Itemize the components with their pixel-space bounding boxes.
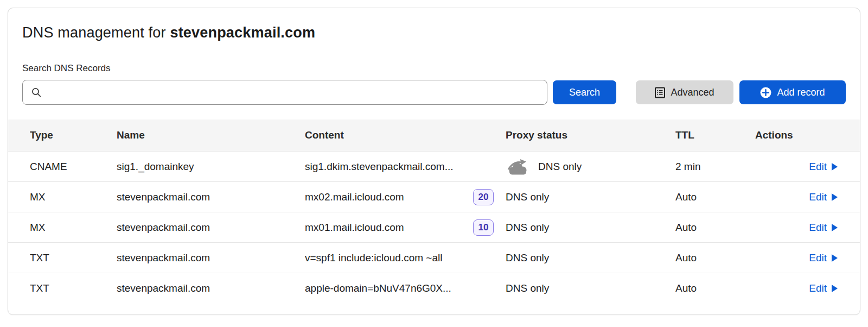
cell-proxy-status: DNS only <box>506 158 675 175</box>
cell-type: CNAME <box>30 161 117 173</box>
edit-link[interactable]: Edit <box>809 282 838 294</box>
search-toolbar: Search Advanced <box>22 80 846 105</box>
cell-proxy-status: DNS only <box>506 191 675 203</box>
add-record-button-label: Add record <box>777 87 825 98</box>
edit-link-label: Edit <box>809 252 827 264</box>
cell-type: MX <box>30 191 117 203</box>
cell-content: apple-domain=bNuV47n6G0X... <box>305 282 506 294</box>
column-header-actions: Actions <box>755 129 838 141</box>
search-input[interactable] <box>48 87 539 98</box>
dns-records-table: Type Name Content Proxy status TTL Actio… <box>8 120 860 303</box>
cell-actions: Edit <box>755 282 838 294</box>
cell-actions: Edit <box>755 222 838 234</box>
search-button[interactable]: Search <box>553 80 616 104</box>
cell-ttl: Auto <box>675 252 755 264</box>
cell-type: TXT <box>30 282 117 294</box>
edit-link-label: Edit <box>809 161 827 173</box>
content-value: v=spf1 include:icloud.com ~all <box>305 252 442 264</box>
column-header-proxy-status: Proxy status <box>506 129 675 141</box>
cell-actions: Edit <box>755 252 838 264</box>
content-value: mx01.mail.icloud.com <box>305 222 404 234</box>
edit-caret-icon <box>831 193 838 202</box>
cell-content: sig1.dkim.stevenpackmail.com... <box>305 161 506 173</box>
cell-ttl: 2 min <box>675 161 755 173</box>
domain-name: stevenpackmail.com <box>170 24 315 41</box>
edit-link-label: Edit <box>809 222 827 234</box>
search-label: Search DNS Records <box>22 63 846 74</box>
edit-caret-icon <box>831 254 838 262</box>
proxy-status-label: DNS only <box>506 252 549 264</box>
cell-actions: Edit <box>755 161 838 173</box>
advanced-button[interactable]: Advanced <box>636 80 733 104</box>
cell-name: stevenpackmail.com <box>117 282 305 294</box>
search-button-label: Search <box>569 87 600 98</box>
cell-proxy-status: DNS only <box>506 222 675 234</box>
edit-link-label: Edit <box>809 191 827 203</box>
cell-content: v=spf1 include:icloud.com ~all <box>305 252 506 264</box>
cell-content: mx01.mail.icloud.com 10 <box>305 219 506 236</box>
add-record-button[interactable]: Add record <box>739 80 846 104</box>
cell-proxy-status: DNS only <box>506 252 675 264</box>
cell-ttl: Auto <box>675 191 755 203</box>
edit-link[interactable]: Edit <box>809 222 838 234</box>
column-header-name: Name <box>117 129 305 141</box>
plus-circle-icon <box>760 87 771 98</box>
edit-link-label: Edit <box>809 282 827 294</box>
cell-type: MX <box>30 222 117 234</box>
cell-name: stevenpackmail.com <box>117 222 305 234</box>
cell-content: mx02.mail.icloud.com 20 <box>305 189 506 205</box>
table-header-row: Type Name Content Proxy status TTL Actio… <box>8 120 860 151</box>
cell-proxy-status: DNS only <box>506 282 675 294</box>
proxy-status-label: DNS only <box>538 161 582 173</box>
cell-name: stevenpackmail.com <box>117 252 305 264</box>
edit-caret-icon <box>831 284 838 293</box>
mx-priority-badge: 20 <box>473 189 494 205</box>
edit-link[interactable]: Edit <box>809 191 838 203</box>
column-header-content: Content <box>305 129 506 141</box>
content-value: apple-domain=bNuV47n6G0X... <box>305 282 451 294</box>
cell-actions: Edit <box>755 191 838 203</box>
search-box[interactable] <box>22 80 547 105</box>
table-row: MX stevenpackmail.com mx01.mail.icloud.c… <box>8 212 860 242</box>
table-row: TXT stevenpackmail.com v=spf1 include:ic… <box>8 242 860 273</box>
cell-type: TXT <box>30 252 117 264</box>
page-title-prefix: DNS management for <box>22 24 170 41</box>
cell-ttl: Auto <box>675 222 755 234</box>
dns-only-cloud-icon <box>506 158 531 175</box>
table-row: TXT stevenpackmail.com apple-domain=bNuV… <box>8 273 860 303</box>
search-icon <box>30 86 42 98</box>
table-row: CNAME sig1._domainkey sig1.dkim.stevenpa… <box>8 151 860 181</box>
advanced-list-icon <box>655 87 665 98</box>
proxy-status-label: DNS only <box>506 191 549 203</box>
edit-caret-icon <box>831 162 838 171</box>
cell-name: stevenpackmail.com <box>117 191 305 203</box>
content-value: mx02.mail.icloud.com <box>305 191 404 203</box>
proxy-status-label: DNS only <box>506 282 549 294</box>
edit-link[interactable]: Edit <box>809 161 838 173</box>
table-row: MX stevenpackmail.com mx02.mail.icloud.c… <box>8 181 860 212</box>
cell-name: sig1._domainkey <box>117 161 305 173</box>
advanced-button-label: Advanced <box>671 87 714 98</box>
content-value: sig1.dkim.stevenpackmail.com... <box>305 161 454 173</box>
edit-caret-icon <box>831 223 838 232</box>
dns-management-card: DNS management for stevenpackmail.com Se… <box>8 8 860 315</box>
edit-link[interactable]: Edit <box>809 252 838 264</box>
cell-ttl: Auto <box>675 282 755 294</box>
column-header-type: Type <box>30 129 117 141</box>
proxy-status-label: DNS only <box>506 222 549 234</box>
table-body: CNAME sig1._domainkey sig1.dkim.stevenpa… <box>8 151 860 303</box>
page-title: DNS management for stevenpackmail.com <box>22 24 846 41</box>
column-header-ttl: TTL <box>675 129 755 141</box>
mx-priority-badge: 10 <box>473 219 494 236</box>
